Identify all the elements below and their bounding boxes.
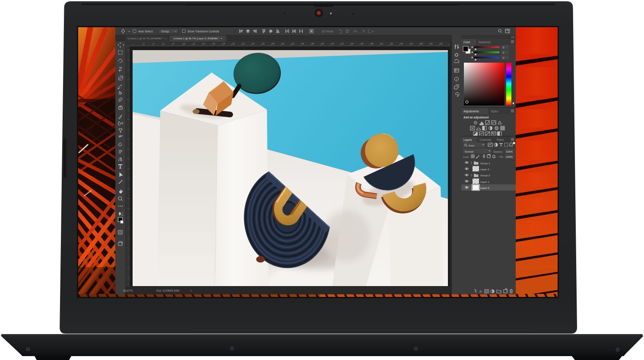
svg-text:36: 36 — [311, 42, 314, 45]
svg-text:Layer 1: Layer 1 — [480, 180, 489, 183]
svg-text:46: 46 — [361, 42, 363, 45]
svg-text:Layer 2: Layer 2 — [480, 168, 489, 171]
svg-text:54: 54 — [400, 42, 403, 45]
svg-text:Layers: Layers — [463, 138, 472, 142]
svg-text:44: 44 — [351, 42, 353, 45]
svg-text:Layer 0: Layer 0 — [480, 186, 489, 189]
svg-text:Paths: Paths — [497, 138, 504, 141]
svg-text:Kind: Kind — [469, 144, 474, 147]
svg-text:Fill:: Fill: — [499, 155, 504, 158]
svg-text:100%: 100% — [506, 150, 513, 153]
svg-text:Color: Color — [463, 41, 470, 44]
svg-text:24: 24 — [252, 42, 254, 45]
svg-text:100%: 100% — [506, 155, 513, 158]
svg-text:Channels: Channels — [479, 138, 492, 141]
svg-text:28: 28 — [272, 42, 274, 45]
svg-text:14: 14 — [203, 42, 205, 45]
svg-text:40: 40 — [331, 42, 334, 45]
svg-text:60: 60 — [430, 42, 433, 45]
svg-text:Show Transform Controls: Show Transform Controls — [187, 30, 219, 33]
svg-text:18: 18 — [222, 42, 225, 45]
svg-text:26: 26 — [262, 42, 264, 45]
svg-text:38: 38 — [321, 42, 324, 45]
svg-text:6: 6 — [163, 42, 164, 45]
svg-text:30: 30 — [282, 42, 284, 45]
svg-text:Opacity:: Opacity: — [493, 150, 503, 153]
svg-text:16: 16 — [213, 42, 215, 45]
svg-text:Group: Group — [161, 30, 169, 33]
svg-text:3D Mode:: 3D Mode: — [322, 30, 334, 33]
svg-text:62: 62 — [440, 42, 442, 45]
svg-text:52: 52 — [390, 42, 393, 45]
svg-text:34: 34 — [301, 42, 304, 45]
svg-text:Styles: Styles — [491, 110, 498, 113]
svg-text:48: 48 — [371, 42, 373, 45]
svg-text:fx: fx — [479, 290, 482, 293]
svg-text:2: 2 — [143, 42, 144, 45]
svg-text:4: 4 — [153, 42, 154, 45]
svg-text:12: 12 — [193, 42, 195, 45]
svg-text:50: 50 — [381, 42, 383, 45]
svg-text:Swatches: Swatches — [479, 41, 491, 44]
svg-text:20: 20 — [232, 42, 235, 45]
svg-text:8: 8 — [173, 42, 174, 45]
svg-text:58: 58 — [420, 42, 423, 45]
svg-text:Add an adjustment: Add an adjustment — [463, 116, 489, 119]
svg-text:10: 10 — [183, 42, 185, 45]
svg-text:Auto Select:: Auto Select: — [138, 30, 153, 33]
svg-text:22: 22 — [242, 42, 244, 45]
svg-text:56: 56 — [410, 42, 413, 45]
svg-text:32: 32 — [292, 42, 294, 45]
svg-text:Group 2: Group 2 — [480, 174, 490, 177]
svg-text:Normal: Normal — [465, 150, 473, 153]
svg-text:Group 1: Group 1 — [480, 162, 490, 165]
svg-text:42: 42 — [341, 42, 343, 45]
svg-text:Lock:: Lock: — [463, 155, 470, 158]
svg-text:Adjustments: Adjustments — [463, 110, 479, 113]
